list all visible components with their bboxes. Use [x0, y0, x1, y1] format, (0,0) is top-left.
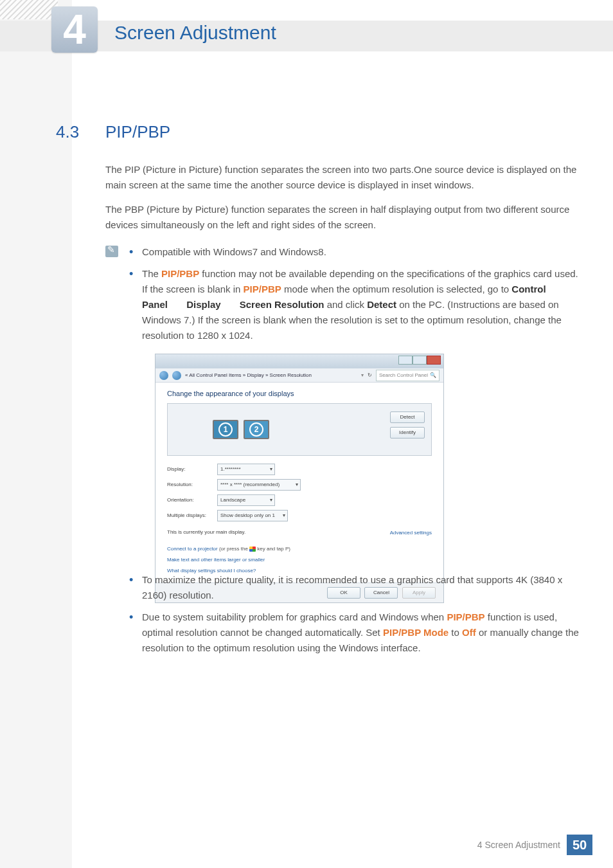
chapter-number-badge: 4	[51, 6, 98, 53]
orientation-row: Orientation: Landscape	[167, 494, 432, 506]
text-size-link[interactable]: Make text and other items larger or smal…	[167, 556, 432, 565]
dialog-address-bar: « All Control Panel Items » Display » Sc…	[155, 368, 443, 383]
orientation-field-label: Orientation:	[167, 496, 212, 505]
paragraph-pip: The PIP (Picture in Picture) function se…	[105, 162, 581, 193]
windows-dialog-screenshot: « All Control Panel Items » Display » Sc…	[155, 354, 444, 603]
monitor-label: 1	[218, 422, 233, 437]
page-footer: 4 Screen Adjustment50	[0, 835, 613, 855]
search-input[interactable]: Search Control Panel	[376, 370, 440, 381]
connect-projector-link[interactable]: Connect to a projector (or press the key…	[167, 545, 432, 554]
orientation-select[interactable]: Landscape	[217, 494, 275, 506]
dialog-titlebar	[155, 354, 443, 368]
search-placeholder: Search Control Panel	[379, 371, 428, 380]
note-bullet-list-bottom: To maximize the picture quality, it is r…	[129, 572, 582, 662]
note-icon	[105, 246, 118, 257]
dialog-heading: Change the appearance of your displays	[167, 389, 432, 398]
main-display-note: This is currently your main display.	[167, 528, 245, 537]
display-label: Display	[186, 299, 220, 310]
multiple-displays-row: Multiple displays: Show desktop only on …	[167, 510, 432, 521]
multiple-displays-label: Multiple displays:	[167, 511, 212, 520]
bullet-4k: To maximize the picture quality, it is r…	[129, 572, 582, 603]
resolution-row: Resolution: **** x **** (recommended)	[167, 479, 432, 491]
maximize-icon[interactable]	[413, 356, 427, 365]
identify-button[interactable]: Identify	[390, 427, 425, 439]
display-field-label: Display:	[167, 465, 212, 474]
note-bullet-list-top: Compatible with Windows7 and Windows8. T…	[129, 244, 582, 350]
text-frag: and click	[324, 299, 367, 310]
windows-flag-icon	[249, 547, 256, 552]
chapter-title: Screen Adjustment	[114, 22, 276, 44]
multiple-displays-select[interactable]: Show desktop only on 1	[217, 510, 288, 521]
bullet-pip-availability: The PIP/PBP function may not be availabl…	[129, 266, 582, 343]
section-number: 4.3	[56, 122, 79, 142]
footer-chapter-title: 4 Screen Adjustment	[477, 840, 560, 850]
text-frag: The	[142, 268, 161, 279]
monitor-2[interactable]: 2	[244, 420, 269, 439]
text-frag: mode when the optimum resolution is sele…	[281, 284, 512, 294]
resolution-select[interactable]: **** x **** (recommended)	[217, 479, 301, 491]
footer-page-number: 50	[567, 835, 592, 855]
display-row: Display: 1.********	[167, 464, 432, 475]
display-preview-area: 1 2 Detect Identify	[167, 403, 432, 456]
resolution-field-label: Resolution:	[167, 480, 212, 489]
text-frag: to	[449, 627, 462, 638]
pip-pbp-term: PIP/PBP	[161, 268, 199, 279]
monitor-label: 2	[249, 422, 263, 437]
detect-label: Detect	[367, 299, 396, 310]
bullet-suitability: Due to system suitability problem for gr…	[129, 610, 582, 656]
pip-pbp-term: PIP/PBP	[447, 611, 484, 622]
minimize-icon[interactable]	[398, 356, 413, 365]
section-title: PIP/PBP	[105, 122, 170, 142]
dialog-body: Change the appearance of your displays 1…	[155, 383, 443, 583]
detect-button[interactable]: Detect	[390, 411, 425, 423]
display-select[interactable]: 1.********	[217, 464, 275, 475]
nav-back-icon[interactable]	[159, 371, 168, 380]
close-icon[interactable]	[427, 356, 441, 365]
screen-resolution-label: Screen Resolution	[240, 299, 324, 310]
bullet-compatible: Compatible with Windows7 and Windows8.	[129, 244, 582, 260]
pip-pbp-term: PIP/PBP	[244, 284, 281, 294]
text-frag: Due to system suitability problem for gr…	[142, 611, 447, 622]
advanced-settings-link[interactable]: Advanced settings	[390, 529, 432, 538]
pip-pbp-mode-term: PIP/PBP Mode	[383, 627, 449, 638]
corner-hatch	[0, 0, 58, 19]
off-term: Off	[462, 627, 476, 638]
nav-forward-icon[interactable]	[172, 371, 181, 380]
paragraph-pbp: The PBP (Picture by Picture) function se…	[105, 202, 581, 233]
monitor-1[interactable]: 1	[213, 420, 238, 439]
breadcrumb[interactable]: « All Control Panel Items » Display » Sc…	[185, 371, 357, 380]
